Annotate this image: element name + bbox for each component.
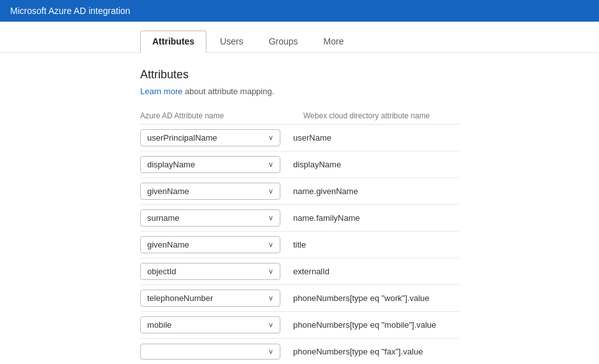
table-row: mobile∨phoneNumbers[type eq "mobile"].va… <box>140 312 459 339</box>
main-content: Attributes Users Groups More Attributes … <box>0 22 599 364</box>
table-row: surname∨name.familyName <box>140 205 459 232</box>
attribute-value: displayName <box>280 160 459 169</box>
learn-more-link[interactable]: Learn more <box>140 87 182 96</box>
table-row: displayName∨displayName <box>140 151 459 178</box>
attribute-dropdown[interactable]: surname∨ <box>140 209 280 227</box>
attribute-dropdown[interactable]: ∨ <box>140 344 280 360</box>
dropdown-label: telephoneNumber <box>147 293 213 303</box>
table-row: ∨phoneNumbers[type eq "fax"].value <box>140 339 459 364</box>
attribute-dropdown[interactable]: givenName∨ <box>140 183 280 200</box>
section-title: Attributes <box>140 68 459 81</box>
attribute-value: userName <box>280 133 459 143</box>
table-row: objectId∨externalId <box>140 258 459 285</box>
rows-container: userPrincipalName∨userNamedisplayName∨di… <box>140 125 459 364</box>
tab-groups[interactable]: Groups <box>257 31 310 52</box>
attribute-value: phoneNumbers[type eq "fax"].value <box>280 347 459 356</box>
attributes-table: Azure AD Attribute name Webex cloud dire… <box>140 109 459 364</box>
chevron-down-icon: ∨ <box>268 321 273 329</box>
table-row: telephoneNumber∨phoneNumbers[type eq "wo… <box>140 285 459 312</box>
dropdown-label: givenName <box>147 240 189 249</box>
col-header-left: Azure AD Attribute name <box>140 111 293 120</box>
chevron-down-icon: ∨ <box>268 134 273 142</box>
attribute-dropdown[interactable]: telephoneNumber∨ <box>140 290 280 307</box>
content-area: Attributes Learn more about attribute ma… <box>0 53 599 364</box>
chevron-down-icon: ∨ <box>268 187 273 195</box>
dropdown-label: surname <box>147 213 180 223</box>
title-bar-label: Microsoft Azure AD integration <box>10 6 130 16</box>
attribute-dropdown[interactable]: mobile∨ <box>140 316 280 333</box>
dropdown-label: mobile <box>147 320 171 330</box>
learn-more-text: Learn more about attribute mapping. <box>140 87 459 96</box>
attribute-dropdown[interactable]: objectId∨ <box>140 263 280 280</box>
attribute-value: externalId <box>280 267 459 276</box>
tab-more[interactable]: More <box>312 31 356 52</box>
chevron-down-icon: ∨ <box>268 347 273 356</box>
chevron-down-icon: ∨ <box>268 160 273 169</box>
tabs-bar: Attributes Users Groups More <box>0 22 599 53</box>
chevron-down-icon: ∨ <box>268 294 273 302</box>
tab-attributes[interactable]: Attributes <box>140 31 206 53</box>
attribute-dropdown[interactable]: displayName∨ <box>140 156 280 173</box>
dropdown-label: givenName <box>147 186 189 196</box>
chevron-down-icon: ∨ <box>268 267 273 276</box>
chevron-down-icon: ∨ <box>268 214 273 222</box>
column-headers: Azure AD Attribute name Webex cloud dire… <box>140 109 459 125</box>
attribute-value: phoneNumbers[type eq "work"].value <box>280 293 459 303</box>
table-row: givenName∨title <box>140 232 459 258</box>
attribute-value: title <box>280 240 459 249</box>
col-header-right: Webex cloud directory attribute name <box>293 111 459 120</box>
attribute-dropdown[interactable]: givenName∨ <box>140 236 280 253</box>
dropdown-label: displayName <box>147 160 195 169</box>
attribute-value: phoneNumbers[type eq "mobile"].value <box>280 320 459 330</box>
table-row: userPrincipalName∨userName <box>140 125 459 151</box>
chevron-down-icon: ∨ <box>268 241 273 249</box>
learn-more-suffix: about attribute mapping. <box>182 87 274 96</box>
attribute-value: name.givenName <box>280 186 459 196</box>
attribute-dropdown[interactable]: userPrincipalName∨ <box>140 129 280 146</box>
dropdown-label: objectId <box>147 267 177 276</box>
attribute-value: name.familyName <box>280 213 459 223</box>
tab-users[interactable]: Users <box>208 31 256 52</box>
title-bar: Microsoft Azure AD integration <box>0 0 599 22</box>
app-container: Microsoft Azure AD integration Attribute… <box>0 0 599 364</box>
table-row: givenName∨name.givenName <box>140 178 459 205</box>
dropdown-label: userPrincipalName <box>147 133 217 143</box>
